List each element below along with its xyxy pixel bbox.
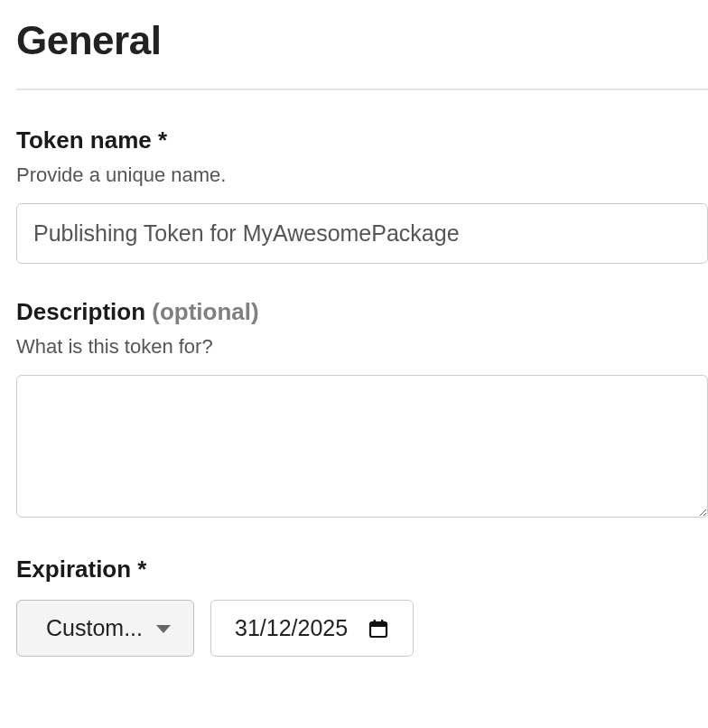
svg-marker-0	[156, 625, 171, 633]
token-name-label: Token name *	[16, 126, 708, 154]
description-optional: (optional)	[152, 298, 258, 325]
expiration-label: Expiration *	[16, 555, 708, 583]
svg-rect-3	[374, 620, 377, 624]
expiration-field: Expiration * Custom... 31/12/2025	[16, 555, 708, 657]
description-input[interactable]	[16, 375, 708, 518]
token-name-field: Token name * Provide a unique name.	[16, 126, 708, 264]
section-divider	[16, 89, 708, 90]
token-name-help: Provide a unique name.	[16, 163, 708, 187]
calendar-icon	[368, 618, 389, 639]
expiration-select-label: Custom...	[46, 617, 143, 639]
svg-rect-4	[381, 620, 384, 624]
expiration-date-input[interactable]: 31/12/2025	[210, 600, 414, 657]
section-title: General	[16, 18, 708, 63]
expiration-select[interactable]: Custom...	[16, 600, 194, 657]
svg-rect-2	[370, 622, 387, 627]
token-name-input[interactable]	[16, 203, 708, 264]
description-help: What is this token for?	[16, 335, 708, 359]
description-label: Description (optional)	[16, 298, 708, 326]
expiration-date-value: 31/12/2025	[235, 617, 348, 639]
expiration-controls: Custom... 31/12/2025	[16, 600, 708, 657]
description-field: Description (optional) What is this toke…	[16, 298, 708, 521]
chevron-down-icon	[155, 623, 172, 634]
description-label-text: Description	[16, 298, 152, 325]
